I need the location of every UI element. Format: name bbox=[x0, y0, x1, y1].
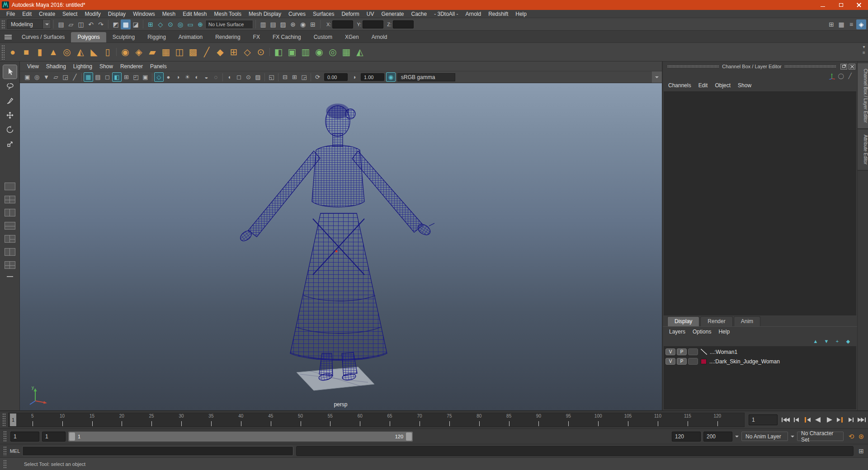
step-back-key-button[interactable] bbox=[802, 415, 813, 425]
multi-cut-icon[interactable]: ╱ bbox=[200, 45, 213, 59]
menu-file[interactable]: File bbox=[3, 10, 19, 18]
layer-row[interactable]: VP...:Woman1 bbox=[664, 347, 856, 357]
ao-icon[interactable]: ◒ bbox=[202, 72, 211, 82]
poly-pyramid-icon[interactable]: ◭ bbox=[74, 45, 87, 59]
layer-playback-toggle[interactable]: P bbox=[677, 348, 687, 355]
anim-prefs-icon[interactable]: ⊛ bbox=[856, 432, 866, 442]
isolate-select-icon[interactable]: ◖ bbox=[225, 72, 234, 82]
menu-curves[interactable]: Curves bbox=[285, 10, 309, 18]
persp-graph-layout[interactable] bbox=[5, 235, 15, 243]
animation-start-field[interactable]: 1 bbox=[10, 432, 39, 442]
layer-menu-options[interactable]: Options bbox=[689, 328, 715, 336]
grid-fill-icon[interactable]: ▦ bbox=[159, 45, 173, 59]
side-tab-attribute-editor[interactable]: Attribute Editor bbox=[858, 129, 868, 171]
render-sphere-icon[interactable]: ◯ bbox=[836, 72, 845, 80]
sculpt-icon[interactable]: ◭ bbox=[353, 45, 367, 59]
mel-output[interactable] bbox=[296, 446, 854, 456]
textured-mode-icon[interactable]: ◑ bbox=[173, 72, 183, 82]
panel-menu-panels[interactable]: Panels bbox=[146, 62, 170, 70]
shelf-tab-sculpting[interactable]: Sculpting bbox=[106, 32, 141, 42]
grid-toggle-icon[interactable]: ▦ bbox=[84, 72, 93, 82]
current-frame-field[interactable]: 1 bbox=[749, 414, 778, 425]
chevron-down-icon[interactable] bbox=[791, 436, 794, 439]
move-layer-down-icon[interactable]: ▼ bbox=[821, 337, 832, 345]
ipr-render-icon[interactable]: ▨ bbox=[278, 19, 288, 29]
gate-mask-icon[interactable]: ◧ bbox=[112, 72, 122, 82]
camera-icon[interactable]: ▣ bbox=[23, 72, 32, 82]
workspace-panels-icon[interactable]: ▦ bbox=[836, 19, 846, 29]
poly-torus-icon[interactable]: ◎ bbox=[60, 45, 74, 59]
add-layer-icon[interactable]: ◆ bbox=[843, 337, 854, 345]
playback-end-field[interactable]: 120 bbox=[672, 432, 701, 442]
snap-curve-icon[interactable]: ◇ bbox=[156, 19, 165, 29]
menu-mesh-tools[interactable]: Mesh Tools bbox=[211, 10, 245, 18]
scale-tool[interactable] bbox=[3, 137, 17, 151]
drag-handle[interactable] bbox=[2, 413, 6, 427]
panel-menu-show[interactable]: Show bbox=[96, 62, 117, 70]
workspace-arnold-icon[interactable]: ◈ bbox=[856, 19, 866, 29]
shelf-tab-arnold[interactable]: Arnold bbox=[365, 32, 394, 42]
contrast-icon[interactable]: ◑ bbox=[349, 72, 359, 82]
move-layer-up-icon[interactable]: ▲ bbox=[810, 337, 821, 345]
poly-cylinder-icon[interactable]: ▮ bbox=[33, 45, 47, 59]
add-empty-layer-icon[interactable]: + bbox=[832, 337, 843, 345]
script-editor-icon[interactable]: ⊞ bbox=[856, 446, 866, 456]
exposure-field[interactable]: 0.00 bbox=[324, 73, 348, 81]
render-view-icon[interactable]: ▥ bbox=[258, 19, 268, 29]
separate-icon[interactable]: ▥ bbox=[299, 45, 312, 59]
menu-generate[interactable]: Generate bbox=[377, 10, 407, 18]
viewport-3d[interactable]: y persp bbox=[20, 83, 662, 410]
contrast-field[interactable]: 1.00 bbox=[361, 73, 384, 81]
go-to-start-button[interactable] bbox=[780, 415, 791, 425]
select-highlight-icon[interactable]: ◱ bbox=[267, 72, 276, 82]
menu-windows[interactable]: Windows bbox=[129, 10, 159, 18]
workspace-sliders-icon[interactable]: ≡ bbox=[846, 19, 856, 29]
layer-color-swatch[interactable] bbox=[701, 359, 707, 364]
channel-menu-object[interactable]: Object bbox=[711, 81, 734, 89]
hypershade-persp-layout[interactable] bbox=[5, 261, 15, 269]
light-editor-icon[interactable]: ◉ bbox=[298, 19, 308, 29]
boolean-difference-icon[interactable]: ◎ bbox=[326, 45, 340, 59]
mirror-icon[interactable]: ◧ bbox=[272, 45, 285, 59]
time-slider[interactable]: 1 51015202530354045505560657075808590951… bbox=[8, 413, 745, 427]
image-plane-icon[interactable]: ▱ bbox=[51, 72, 61, 82]
all-lights-icon[interactable]: ☀ bbox=[183, 72, 192, 82]
select-component-icon[interactable]: ◪ bbox=[131, 19, 141, 29]
quad-draw-icon[interactable]: ◇ bbox=[241, 45, 254, 59]
new-scene-icon[interactable]: ▤ bbox=[56, 19, 66, 29]
menu-edit[interactable]: Edit bbox=[19, 10, 35, 18]
resolution-gate-icon[interactable]: ◻ bbox=[103, 72, 112, 82]
x-input[interactable] bbox=[332, 20, 353, 28]
select-hierarchy-icon[interactable]: ◩ bbox=[111, 19, 121, 29]
planar-projection-icon[interactable]: ▰ bbox=[146, 45, 159, 59]
pane-split-icon[interactable]: ⊟ bbox=[280, 72, 290, 82]
menu-cache[interactable]: Cache bbox=[407, 10, 430, 18]
menu-select[interactable]: Select bbox=[59, 10, 81, 18]
axis-tool-icon[interactable] bbox=[827, 72, 836, 80]
poly-sphere-icon[interactable]: ● bbox=[6, 45, 19, 59]
layer-playback-toggle[interactable]: P bbox=[677, 358, 687, 365]
shelf-tab-rigging[interactable]: Rigging bbox=[141, 32, 172, 42]
panel-menu-shading[interactable]: Shading bbox=[42, 62, 70, 70]
snap-grid-icon[interactable]: ⊞ bbox=[146, 19, 156, 29]
menu-create[interactable]: Create bbox=[35, 10, 59, 18]
layer-menu-help[interactable]: Help bbox=[715, 328, 733, 336]
step-back-frame-button[interactable] bbox=[791, 415, 802, 425]
shelf-tab-rendering[interactable]: Rendering bbox=[209, 32, 246, 42]
make-live-icon[interactable]: ⊕ bbox=[195, 19, 205, 29]
panel-close-button[interactable] bbox=[849, 64, 855, 70]
reference-layer-icon[interactable] bbox=[701, 349, 707, 355]
toolbox-collapse-button[interactable] bbox=[7, 276, 13, 277]
layer-display-type-toggle[interactable] bbox=[688, 348, 698, 355]
poly-cone-icon[interactable]: ▲ bbox=[47, 45, 60, 59]
shaded-mode-icon[interactable]: ● bbox=[164, 72, 173, 82]
shelf-tab-custom[interactable]: Custom bbox=[307, 32, 339, 42]
outliner-persp-layout[interactable] bbox=[5, 248, 15, 256]
paint-select-tool[interactable] bbox=[3, 94, 17, 108]
top-persp-layout[interactable] bbox=[5, 222, 15, 230]
layer-visibility-toggle[interactable]: V bbox=[665, 358, 675, 365]
channel-box-header[interactable]: Channel Box / Layer Editor bbox=[663, 61, 857, 71]
combine-icon[interactable]: ▣ bbox=[285, 45, 299, 59]
step-forward-key-button[interactable] bbox=[835, 415, 845, 425]
layer-name[interactable]: ...:Dark_Skin_Judge_Woman bbox=[709, 358, 780, 365]
